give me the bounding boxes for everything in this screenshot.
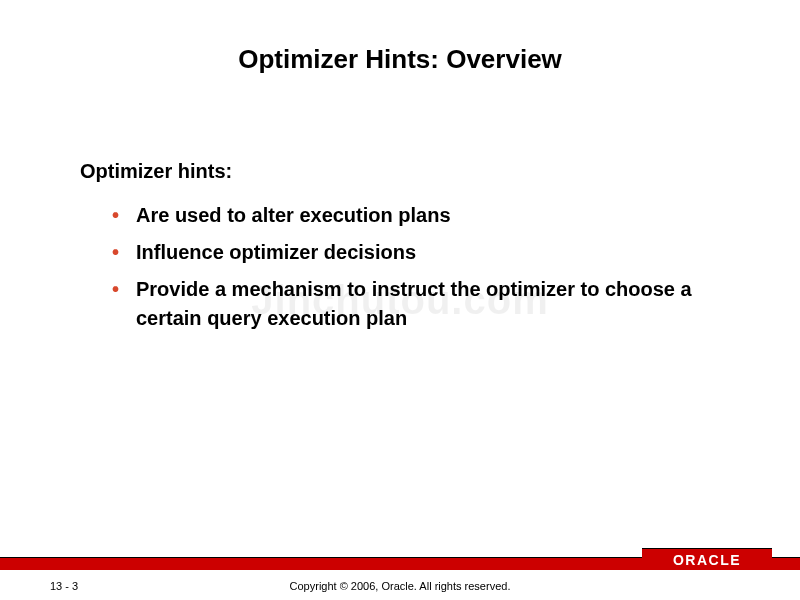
bullet-list: Are used to alter execution plans Influe… xyxy=(80,201,740,333)
copyright-text: Copyright © 2006, Oracle. All rights res… xyxy=(0,580,800,592)
lead-text: Optimizer hints: xyxy=(80,160,740,183)
oracle-logo-text: ORACLE xyxy=(673,552,741,568)
list-item: Provide a mechanism to instruct the opti… xyxy=(112,275,740,333)
list-item: Influence optimizer decisions xyxy=(112,238,740,267)
slide-title: Optimizer Hints: Overview xyxy=(0,44,800,75)
slide-body: Optimizer hints: Are used to alter execu… xyxy=(80,160,740,341)
oracle-logo: ORACLE xyxy=(642,548,772,570)
slide: Optimizer Hints: Overview Optimizer hint… xyxy=(0,0,800,600)
list-item: Are used to alter execution plans xyxy=(112,201,740,230)
footer: ORACLE 13 - 3 Copyright © 2006, Oracle. … xyxy=(0,550,800,600)
